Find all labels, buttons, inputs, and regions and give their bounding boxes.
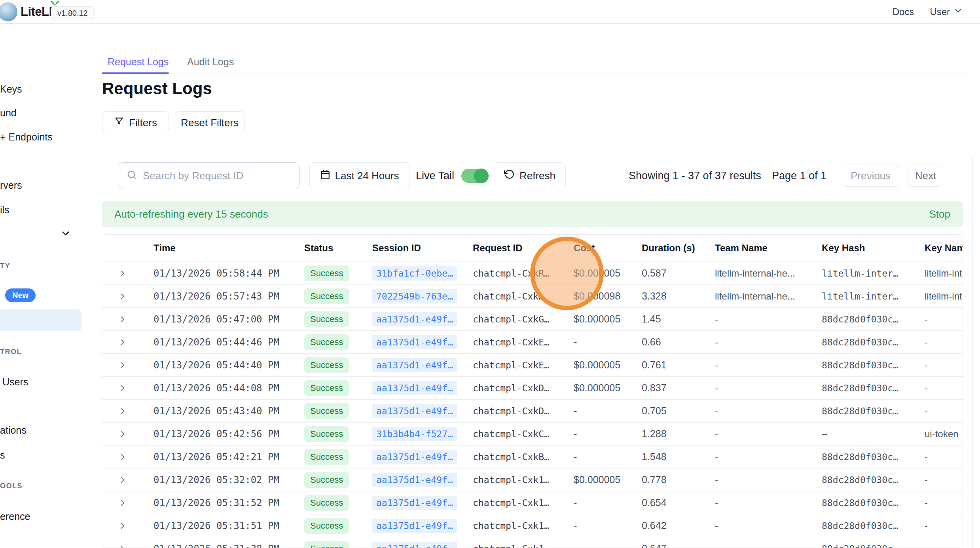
cell-cost: $0.000005	[574, 474, 642, 485]
session-id-link[interactable]: aa1375d1-e49f…	[372, 312, 457, 326]
docs-link[interactable]: Docs	[893, 6, 914, 17]
sidebar-item-guardrails[interactable]: ils	[0, 204, 9, 216]
cell-duration: 0.587	[642, 267, 715, 279]
results-summary: Showing 1 - 37 of 37 results	[629, 170, 761, 182]
cell-time: 01/13/2026 05:57:43 PM	[154, 291, 304, 302]
table-row[interactable]: 01/13/2026 05:58:44 PM Success 31bfa1cf-…	[102, 262, 963, 284]
session-id-link[interactable]: 31b3b4b4-f527…	[372, 427, 457, 441]
table-row[interactable]: 01/13/2026 05:44:46 PM Success aa1375d1-…	[102, 330, 963, 353]
table-row[interactable]: 01/13/2026 05:57:43 PM Success 7022549b-…	[102, 284, 963, 307]
table-row[interactable]: 01/13/2026 05:31:51 PM Success aa1375d1-…	[102, 514, 963, 537]
expand-row-icon[interactable]	[118, 269, 127, 278]
refresh-button[interactable]: Refresh	[494, 162, 566, 189]
expand-row-icon[interactable]	[118, 360, 127, 370]
sidebar-collapse-chevron-icon[interactable]	[60, 228, 71, 241]
sidebar-item-keys[interactable]: Keys	[0, 83, 22, 95]
cell-duration: 3.328	[642, 290, 715, 302]
cell-time: 01/13/2026 05:42:21 PM	[154, 451, 304, 463]
cell-status: Success	[304, 518, 372, 534]
tab-request-logs[interactable]: Request Logs	[108, 56, 169, 68]
expand-row-icon[interactable]	[118, 338, 127, 347]
cell-session-id: aa1375d1-e49f…	[372, 335, 473, 349]
session-id-link[interactable]: 7022549b-763e…	[372, 289, 457, 303]
session-id-link[interactable]: aa1375d1-e49f…	[372, 519, 457, 533]
cell-key-hash: 88dc28d0f030c…	[822, 521, 925, 531]
sidebar-item-api-reference[interactable]: erence	[0, 511, 30, 522]
table-row[interactable]: 01/13/2026 05:31:38 PM Success aa1375d1-…	[102, 537, 963, 548]
expand-row-icon[interactable]	[118, 292, 127, 301]
expand-row-icon[interactable]	[118, 429, 127, 439]
sidebar-item-teams[interactable]: s	[0, 449, 5, 461]
cell-key-name: -	[925, 520, 963, 531]
sidebar-item-logs-selected[interactable]	[0, 309, 82, 331]
tabs-divider	[102, 74, 972, 74]
expand-row-icon[interactable]	[118, 406, 127, 416]
table-row[interactable]: 01/13/2026 05:32:02 PM Success aa1375d1-…	[102, 468, 963, 491]
status-badge: Success	[304, 288, 349, 304]
cell-status: Success	[304, 380, 372, 396]
status-badge: Success	[304, 426, 349, 442]
tab-audit-logs[interactable]: Audit Logs	[187, 56, 234, 68]
active-tab-underline	[102, 72, 169, 74]
table-header-row: Time Status Session ID Request ID Cost D…	[102, 235, 963, 262]
filters-button-label: Filters	[129, 117, 157, 129]
user-menu[interactable]: User	[930, 6, 963, 18]
cell-cost: -	[574, 543, 642, 548]
sidebar-item-models-endpoints[interactable]: + Endpoints	[0, 131, 53, 143]
search-input[interactable]	[143, 170, 292, 182]
reset-filters-button[interactable]: Reset Filters	[175, 111, 245, 134]
expand-row-icon[interactable]	[118, 383, 127, 393]
time-range-button[interactable]: Last 24 Hours	[309, 162, 409, 189]
session-id-link[interactable]: aa1375d1-e49f…	[372, 496, 457, 510]
session-id-link[interactable]: aa1375d1-e49f…	[372, 335, 457, 349]
cell-key-name: -	[925, 474, 963, 485]
status-badge: Success	[304, 380, 349, 396]
cell-team-name: -	[715, 429, 822, 440]
table-row[interactable]: 01/13/2026 05:44:08 PM Success aa1375d1-…	[102, 376, 963, 399]
expand-row-icon[interactable]	[118, 315, 127, 324]
status-badge: Success	[304, 334, 349, 350]
filters-button[interactable]: Filters	[102, 111, 169, 134]
session-id-link[interactable]: aa1375d1-e49f…	[372, 404, 457, 418]
cell-time: 01/13/2026 05:31:51 PM	[154, 520, 304, 531]
cell-team-name: -	[715, 497, 822, 508]
sidebar-section-observability: TY	[0, 262, 10, 270]
stop-auto-refresh-button[interactable]: Stop	[929, 208, 951, 220]
cell-cost: $0.000005	[574, 267, 642, 279]
sidebar-item-users[interactable]: Users	[2, 376, 28, 388]
cell-duration: 0.642	[642, 520, 715, 531]
live-tail-toggle[interactable]	[461, 169, 487, 183]
table-row[interactable]: 01/13/2026 05:31:52 PM Success aa1375d1-…	[102, 491, 963, 514]
table-row[interactable]: 01/13/2026 05:42:21 PM Success aa1375d1-…	[102, 445, 963, 468]
sidebar-item-organizations[interactable]: ations	[0, 425, 27, 436]
session-id-link[interactable]: aa1375d1-e49f…	[372, 473, 457, 487]
table-row[interactable]: 01/13/2026 05:42:56 PM Success 31b3b4b4-…	[102, 422, 963, 445]
sidebar-item-servers[interactable]: rvers	[0, 180, 22, 191]
expand-row-icon[interactable]	[118, 521, 127, 531]
session-id-link[interactable]: aa1375d1-e49f…	[372, 358, 457, 372]
expand-row-icon[interactable]	[118, 498, 127, 508]
next-page-button[interactable]: Next	[908, 165, 943, 187]
cell-cost: -	[574, 336, 642, 348]
expand-row-icon[interactable]	[118, 452, 127, 462]
table-row[interactable]: 01/13/2026 05:44:40 PM Success aa1375d1-…	[102, 353, 963, 376]
cell-time: 01/13/2026 05:31:38 PM	[154, 543, 304, 548]
session-id-link[interactable]: aa1375d1-e49f…	[372, 381, 457, 395]
page-indicator: Page 1 of 1	[772, 170, 826, 182]
session-id-link[interactable]: 31bfa1cf-0ebe…	[372, 266, 457, 281]
table-row[interactable]: 01/13/2026 05:43:40 PM Success aa1375d1-…	[102, 399, 963, 422]
cell-cost: -	[574, 428, 642, 440]
expand-row-icon[interactable]	[118, 475, 127, 485]
table-row[interactable]: 01/13/2026 05:47:00 PM Success aa1375d1-…	[102, 307, 963, 330]
cell-session-id: aa1375d1-e49f…	[372, 542, 473, 548]
status-badge: Success	[304, 518, 349, 534]
previous-page-button[interactable]: Previous	[842, 165, 899, 187]
session-id-link[interactable]: aa1375d1-e49f…	[372, 450, 457, 464]
cell-request-id: chatcmpl-Cxk1…	[473, 544, 574, 548]
sidebar-item-playground[interactable]: und	[0, 107, 17, 119]
cell-key-name: litellm-int…	[925, 268, 963, 279]
expand-row-icon[interactable]	[118, 544, 127, 548]
session-id-link[interactable]: aa1375d1-e49f…	[372, 542, 457, 548]
funnel-icon	[114, 116, 124, 129]
scrollbar[interactable]	[972, 156, 972, 548]
